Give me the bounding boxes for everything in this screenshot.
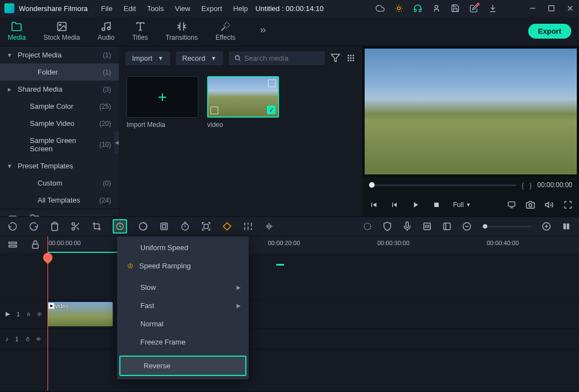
record-dropdown[interactable]: Record▼ [176,51,223,65]
ctx-freeze-frame[interactable]: Freeze Frame [117,333,249,351]
tab-transitions[interactable]: Transitions [166,21,198,41]
grid-view-icon[interactable] [346,53,356,63]
timeline-clip-video[interactable]: ▶ video [48,302,113,326]
cut-icon[interactable] [71,221,81,231]
menu-view[interactable]: View [170,2,194,15]
keyframe-icon[interactable] [222,221,232,231]
render-icon[interactable] [442,221,452,231]
sidebar-item-preset-templates[interactable]: ▾Preset Templates [0,157,119,174]
folder-small-icon[interactable] [30,214,40,216]
sidebar-item-sample-video[interactable]: Sample Video(20) [0,115,119,132]
monitor-icon[interactable] [507,200,516,209]
minimize-icon[interactable] [528,4,537,13]
zoom-out-icon[interactable] [462,221,472,231]
import-media-button[interactable]: + Import Media [127,76,198,129]
mark-in-icon[interactable]: { [522,181,524,189]
menu-help[interactable]: Help [229,2,252,15]
sidebar-item-all-templates[interactable]: All Templates(24) [0,192,119,209]
ctx-reverse[interactable]: Reverse [119,356,246,376]
zoom-slider[interactable] [482,226,531,227]
ctx-speed-ramping[interactable]: ♔Speed Ramping [117,257,249,275]
crop-icon[interactable] [92,221,102,231]
tab-effects[interactable]: Effects [215,21,235,41]
shield-icon[interactable] [382,221,392,231]
edit-icon[interactable] [470,4,478,13]
mic-icon[interactable] [402,221,412,231]
audio-track-1[interactable]: ♪ 1 [0,329,579,349]
menu-tools[interactable]: Tools [143,2,168,15]
delete-icon[interactable] [50,221,60,231]
prev-frame-icon[interactable] [369,200,378,209]
video-track-1[interactable]: ▶ 1 ▶ video [0,300,579,329]
user-icon[interactable] [432,4,441,13]
timeline-ruler[interactable]: 00:00:00:00 00:00:20:00 00:00:30:00 00:0… [0,236,579,253]
import-dropdown[interactable]: Import▼ [125,51,170,65]
ctx-fast[interactable]: Fast▶ [117,296,249,315]
menu-export[interactable]: Export [197,2,227,15]
playhead[interactable] [48,236,48,391]
tab-audio[interactable]: Audio [98,21,115,41]
ctx-uniform-speed[interactable]: Uniform Speed [117,239,249,257]
sidebar-item-sample-color[interactable]: Sample Color(25) [0,98,119,115]
clip-play-icon: ▶ [49,303,54,309]
fit-icon[interactable] [561,221,571,231]
search-media-input[interactable] [229,51,325,65]
close-icon[interactable] [566,4,575,13]
sidebar-item-shared-media[interactable]: ▸Shared Media(3) [0,81,119,98]
sidebar-item-project-media[interactable]: ▾Project Media(1) [0,46,119,63]
tab-stock-media[interactable]: Stock Media [44,21,80,41]
collapse-sidebar-icon[interactable]: ◀ [114,131,119,153]
headphones-icon[interactable] [413,4,422,13]
preview-scrubber[interactable] [369,184,516,186]
play-back-icon[interactable] [390,200,399,209]
redo-icon[interactable] [29,221,39,231]
sidebar-item-folder[interactable]: Folder(1) [0,63,119,81]
speaker-icon[interactable] [36,335,42,343]
green-screen-icon[interactable] [159,221,169,231]
sun-icon[interactable] [394,4,403,13]
timer-icon[interactable] [180,221,190,231]
undo-icon[interactable] [8,221,18,231]
sidebar-item-custom[interactable]: Custom(0) [0,174,119,192]
adjust-icon[interactable] [243,221,253,231]
timeline[interactable]: 00:00:00:00 00:00:20:00 00:00:30:00 00:0… [0,236,579,391]
motion-tracking-icon[interactable] [201,221,211,231]
cloud-icon[interactable] [376,4,385,13]
save-icon[interactable] [451,4,460,13]
new-folder-icon[interactable] [8,214,18,216]
mark-out-icon[interactable]: } [529,181,531,189]
speed-icon[interactable] [113,219,127,234]
filter-icon[interactable] [330,53,340,63]
fullscreen-icon[interactable] [564,200,572,209]
ctx-normal[interactable]: Normal [117,315,249,333]
lock-icon[interactable] [27,311,30,317]
more-tabs-icon[interactable] [257,27,269,36]
export-button[interactable]: Export [528,24,571,39]
menu-edit[interactable]: Edit [119,2,140,15]
maximize-icon[interactable] [547,4,556,13]
color-icon[interactable] [138,221,148,231]
zoom-in-icon[interactable] [541,221,551,231]
lock-icon[interactable] [25,336,30,342]
ctx-slow[interactable]: Slow▶ [117,278,249,296]
preview-viewport[interactable] [365,49,577,174]
track-lock-icon[interactable] [30,240,40,250]
svg-rect-60 [567,224,570,230]
svg-marker-67 [37,337,39,341]
snapshot-icon[interactable] [526,200,535,209]
tab-media[interactable]: Media [8,21,26,41]
play-icon[interactable] [411,200,420,209]
tab-titles[interactable]: Titles [132,21,148,41]
download-icon[interactable] [488,4,497,13]
menu-file[interactable]: File [97,2,117,15]
track-manager-icon[interactable] [8,240,18,250]
mixer-icon[interactable] [422,221,432,231]
media-clip-video[interactable]: ✓ video [207,76,279,129]
sidebar-item-sample-green-screen[interactable]: Sample Green Screen(10) [0,132,119,157]
volume-icon[interactable] [545,200,554,209]
marker-icon[interactable] [362,221,372,231]
audio-wave-icon[interactable] [264,221,274,231]
eye-icon[interactable] [37,310,42,318]
quality-dropdown[interactable]: Full▼ [453,201,471,209]
stop-icon[interactable] [432,200,441,209]
